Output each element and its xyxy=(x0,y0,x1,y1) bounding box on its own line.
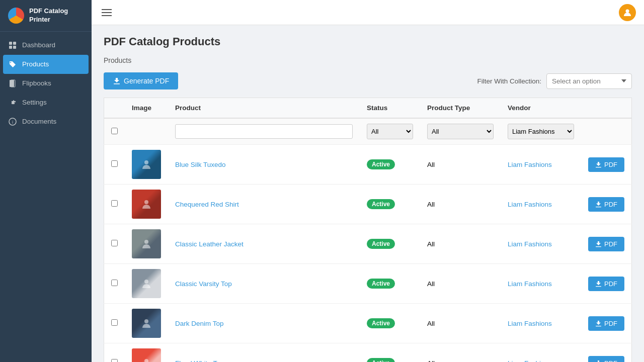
svg-point-11 xyxy=(144,200,148,204)
sidebar-item-dashboard-label: Dashboard xyxy=(22,41,55,49)
row-status: Active xyxy=(360,224,420,264)
page-title: PDF Catalog Products xyxy=(104,35,632,48)
row-image-cell xyxy=(125,185,168,224)
svg-point-13 xyxy=(144,240,148,244)
sidebar-item-flipbooks[interactable]: Flipbooks xyxy=(0,74,92,93)
row-vendor: Liam Fashions xyxy=(501,224,581,264)
row-type: All xyxy=(420,224,501,264)
row-product-name: Dark Denim Top xyxy=(168,304,360,343)
products-table: Image Product Status Product Type Vendor xyxy=(104,98,632,362)
row-product-name: Classic Leather Jacket xyxy=(168,224,360,264)
product-name-link[interactable]: Classic Leather Jacket xyxy=(175,240,244,248)
sidebar-item-documents-label: Documents xyxy=(22,118,56,125)
download-icon xyxy=(113,77,121,85)
product-name-link[interactable]: Classic Varsity Top xyxy=(175,280,232,288)
row-status: Active xyxy=(360,185,420,224)
vendor-link[interactable]: Liam Fashions xyxy=(508,201,552,208)
row-pdf-button[interactable]: PDF xyxy=(588,157,624,172)
header-vendor: Vendor xyxy=(501,98,581,119)
vendor-link[interactable]: Liam Fashions xyxy=(508,161,552,168)
vendor-filter-select[interactable]: Liam Fashions xyxy=(508,124,574,139)
user-avatar[interactable] xyxy=(619,4,636,21)
row-checkbox-5[interactable] xyxy=(111,359,118,362)
row-checkbox-2[interactable] xyxy=(111,240,118,246)
row-pdf-button[interactable]: PDF xyxy=(588,356,624,363)
row-checkbox-3[interactable] xyxy=(111,280,118,286)
vendor-link[interactable]: Liam Fashions xyxy=(508,280,552,288)
sidebar-item-settings[interactable]: Settings xyxy=(0,93,92,112)
filter-row-status: All Active Draft xyxy=(360,118,420,145)
row-checkbox-cell xyxy=(104,145,125,185)
svg-rect-4 xyxy=(10,80,14,87)
info-icon: i xyxy=(8,117,17,126)
row-product-name: Chequered Red Shirt xyxy=(168,185,360,224)
svg-point-7 xyxy=(626,9,629,13)
filter-row-vendor: Liam Fashions xyxy=(501,118,581,145)
vendor-link[interactable]: Liam Fashions xyxy=(508,240,552,248)
status-badge: Active xyxy=(367,159,395,169)
product-name-link[interactable]: Dark Denim Top xyxy=(175,320,224,327)
row-image-cell xyxy=(125,304,168,343)
row-pdf-button[interactable]: PDF xyxy=(588,197,624,212)
row-pdf-button[interactable]: PDF xyxy=(588,277,624,291)
svg-point-17 xyxy=(144,319,148,323)
row-vendor: Liam Fashions xyxy=(501,343,581,363)
svg-text:i: i xyxy=(12,120,13,125)
header-image: Image xyxy=(125,98,168,119)
product-filter-input[interactable] xyxy=(175,124,353,139)
row-product-name: Classic Varsity Top xyxy=(168,264,360,304)
sidebar-item-documents[interactable]: i Documents xyxy=(0,112,92,131)
status-filter-select[interactable]: All Active Draft xyxy=(367,124,413,139)
product-thumbnail xyxy=(132,309,161,338)
book-icon xyxy=(8,79,17,88)
row-checkbox-cell xyxy=(104,264,125,304)
row-checkbox-cell xyxy=(104,185,125,224)
row-type: All xyxy=(420,185,501,224)
row-status: Active xyxy=(360,304,420,343)
sidebar-item-products[interactable]: Products xyxy=(3,55,89,74)
status-badge: Active xyxy=(367,318,395,328)
filter-label: Filter With Collection: xyxy=(477,77,541,85)
product-name-link[interactable]: Floral White Top xyxy=(175,359,224,363)
download-icon xyxy=(595,161,602,168)
person-icon xyxy=(141,199,152,210)
table-row: Chequered Red Shirt Active All Liam Fash… xyxy=(104,185,632,224)
row-checkbox-4[interactable] xyxy=(111,319,118,326)
row-status: Active xyxy=(360,343,420,363)
collection-filter-select[interactable]: Select an option Liam Fashions xyxy=(546,73,632,89)
generate-pdf-button[interactable]: Generate PDF xyxy=(104,72,178,89)
row-checkbox-cell xyxy=(104,343,125,363)
status-badge: Active xyxy=(367,358,395,362)
product-name-link[interactable]: Chequered Red Shirt xyxy=(175,201,239,208)
product-name-link[interactable]: Blue Silk Tuxedo xyxy=(175,161,226,168)
row-pdf-button[interactable]: PDF xyxy=(588,237,624,251)
download-icon xyxy=(595,360,602,363)
hamburger-menu[interactable] xyxy=(100,7,114,18)
sidebar-item-dashboard[interactable]: Dashboard xyxy=(0,36,92,55)
row-image-cell xyxy=(125,343,168,363)
person-icon xyxy=(141,159,152,170)
svg-rect-14 xyxy=(596,246,601,247)
sidebar-item-settings-label: Settings xyxy=(22,99,47,106)
row-checkbox-1[interactable] xyxy=(111,200,118,207)
svg-rect-3 xyxy=(13,46,16,49)
person-icon xyxy=(141,278,152,289)
breadcrumb: Products xyxy=(104,56,632,64)
filter-row-check xyxy=(104,118,125,145)
row-checkbox-cell xyxy=(104,224,125,264)
svg-point-9 xyxy=(144,160,148,164)
person-icon xyxy=(141,318,152,329)
status-badge: Active xyxy=(367,239,395,249)
svg-rect-2 xyxy=(9,46,12,49)
main-area: PDF Catalog Products Products Generate P… xyxy=(92,0,644,362)
filter-row-product xyxy=(168,118,360,145)
row-image-cell xyxy=(125,145,168,185)
vendor-link[interactable]: Liam Fashions xyxy=(508,320,552,327)
row-pdf-button[interactable]: PDF xyxy=(588,316,624,331)
row-checkbox-0[interactable] xyxy=(111,160,118,167)
row-action: PDF xyxy=(581,343,632,363)
person-icon xyxy=(141,238,152,249)
select-all-checkbox[interactable] xyxy=(111,128,118,134)
type-filter-select[interactable]: All xyxy=(427,124,494,139)
vendor-link[interactable]: Liam Fashions xyxy=(508,359,552,363)
